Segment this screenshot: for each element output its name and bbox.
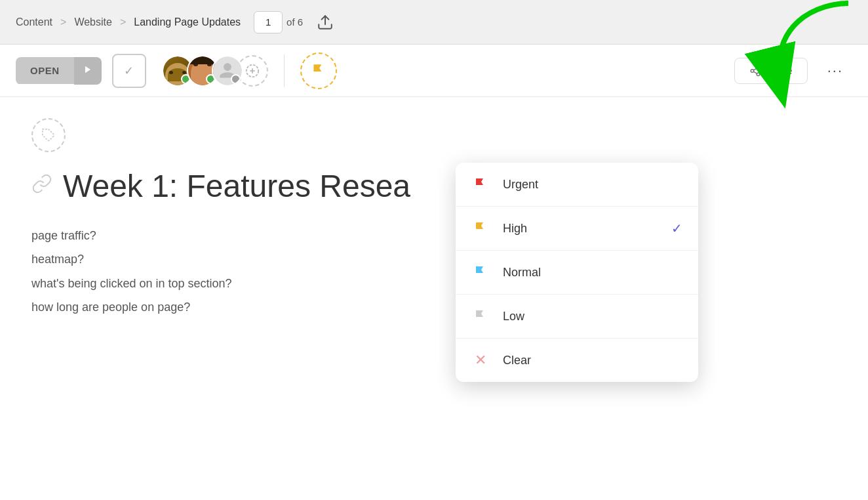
breadcrumb-website[interactable]: Website [74, 16, 112, 28]
normal-flag-icon [471, 264, 490, 281]
priority-item-urgent[interactable]: Urgent [456, 163, 698, 207]
document-title: Week 1: Features Resea [31, 168, 837, 204]
more-options-button[interactable]: ··· [818, 56, 852, 86]
priority-item-high[interactable]: High ✓ [456, 207, 698, 251]
check-icon: ✓ [124, 64, 134, 78]
share-label: Share [766, 65, 793, 76]
priority-item-normal[interactable]: Normal [456, 251, 698, 295]
check-button[interactable]: ✓ [112, 54, 146, 88]
doc-line-2: heatmap? [31, 249, 837, 270]
open-button[interactable]: OPEN [16, 57, 74, 84]
priority-low-label: Low [503, 310, 682, 323]
priority-normal-label: Normal [503, 266, 682, 280]
document-content: Week 1: Features Resea page traffic? hea… [0, 97, 868, 500]
priority-item-clear[interactable]: ✕ Clear [456, 339, 698, 382]
export-button[interactable] [313, 10, 337, 34]
open-button-group: OPEN [16, 57, 102, 85]
svg-marker-1 [85, 66, 90, 73]
svg-point-5 [757, 66, 760, 69]
breadcrumb-content[interactable]: Content [16, 16, 52, 28]
share-icon [749, 65, 761, 77]
share-button[interactable]: Share [734, 58, 808, 84]
page-navigation: of 6 [254, 11, 303, 33]
doc-line-3: what's being clicked on in top section? [31, 273, 837, 294]
doc-line-4: how long are people on page? [31, 297, 837, 318]
svg-point-6 [751, 69, 754, 72]
doc-link-icon [31, 173, 52, 199]
priority-high-check: ✓ [671, 220, 682, 236]
clear-icon: ✕ [471, 352, 490, 369]
svg-line-8 [753, 72, 757, 73]
open-button-arrow[interactable] [74, 57, 102, 85]
document-title-text: Week 1: Features Resea [63, 168, 410, 204]
svg-point-7 [757, 73, 760, 76]
priority-high-label: High [503, 222, 658, 236]
breadcrumb-bar: Content > Website > Landing Page Updates… [0, 0, 868, 45]
page-of-label: of 6 [286, 16, 303, 28]
toolbar: OPEN ✓ [0, 45, 868, 97]
breadcrumb-sep-1: > [60, 16, 66, 28]
document-body: page traffic? heatmap? what's being clic… [31, 225, 837, 318]
priority-clear-label: Clear [503, 354, 682, 367]
avatar-user-3[interactable] [212, 55, 243, 87]
page-number-input[interactable] [254, 11, 283, 33]
breadcrumb-sep-2: > [120, 16, 126, 28]
priority-flag-button[interactable] [300, 52, 337, 89]
tag-icon[interactable] [31, 118, 66, 152]
urgent-flag-icon [471, 176, 490, 193]
priority-item-low[interactable]: Low [456, 295, 698, 339]
toolbar-divider-1 [284, 54, 285, 87]
avatar-group [162, 55, 268, 87]
priority-urgent-label: Urgent [503, 178, 682, 192]
svg-line-9 [753, 68, 757, 70]
breadcrumb-landing-page[interactable]: Landing Page Updates [134, 16, 241, 28]
doc-line-1: page traffic? [31, 225, 837, 246]
priority-dropdown: Urgent High ✓ Normal Low ✕ Clear [456, 163, 698, 382]
low-flag-icon [471, 308, 490, 325]
high-flag-icon [471, 220, 490, 237]
